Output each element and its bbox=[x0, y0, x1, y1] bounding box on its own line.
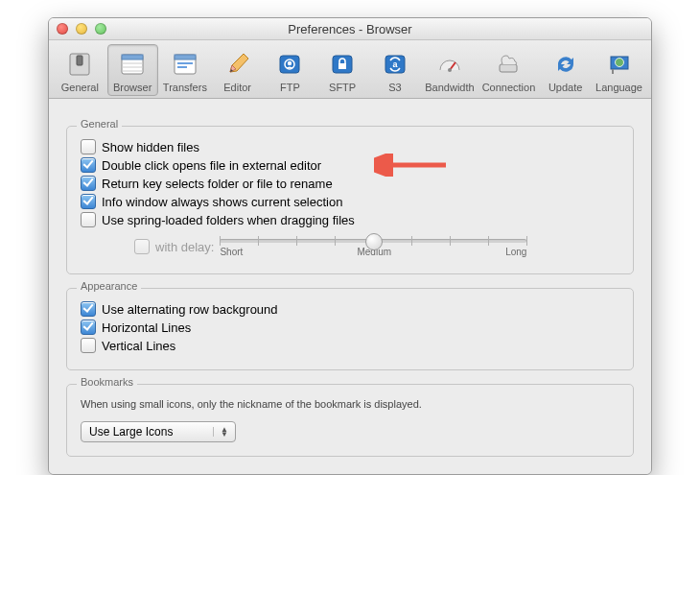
label-show-hidden[interactable]: Show hidden files bbox=[102, 140, 199, 154]
toolbar-label: Bandwidth bbox=[425, 82, 474, 93]
checkbox-return-rename[interactable] bbox=[81, 176, 96, 191]
icon-size-select-value: Use Large Icons bbox=[89, 425, 173, 439]
sftp-icon bbox=[327, 49, 358, 80]
slider-label-short: Short bbox=[220, 247, 243, 257]
label-info-window[interactable]: Info window always shows current selecti… bbox=[102, 195, 342, 209]
label-horizontal-lines[interactable]: Horizontal Lines bbox=[102, 320, 191, 335]
svg-point-25 bbox=[615, 59, 623, 67]
titlebar: Preferences - Browser bbox=[49, 18, 651, 40]
toolbar-label: Update bbox=[548, 82, 582, 93]
group-appearance: Appearance Use alternating row backgroun… bbox=[66, 288, 634, 370]
language-icon bbox=[604, 49, 635, 80]
checkbox-with-delay bbox=[134, 239, 150, 254]
group-bookmarks: Bookmarks When using small icons, only t… bbox=[66, 384, 634, 457]
toolbar-item-bandwidth[interactable]: Bandwidth bbox=[422, 44, 477, 96]
group-appearance-label: Appearance bbox=[77, 280, 141, 292]
toolbar-label: Connection bbox=[482, 82, 536, 93]
svg-point-22 bbox=[448, 68, 452, 72]
svg-rect-18 bbox=[338, 63, 346, 69]
group-bookmarks-label: Bookmarks bbox=[77, 376, 137, 388]
checkbox-dblclick-external-editor[interactable] bbox=[81, 157, 96, 173]
svg-rect-8 bbox=[175, 55, 196, 59]
svg-rect-1 bbox=[77, 56, 82, 65]
group-general-label: General bbox=[77, 118, 122, 130]
toolbar-label: Editor bbox=[223, 82, 251, 93]
label-spring-loaded[interactable]: Use spring-loaded folders when dragging … bbox=[102, 213, 355, 227]
bookmarks-note: When using small icons, only the nicknam… bbox=[81, 398, 619, 410]
svg-rect-10 bbox=[177, 66, 187, 68]
toolbar-label: Language bbox=[595, 82, 642, 93]
toolbar-item-editor[interactable]: Editor bbox=[212, 44, 263, 96]
toolbar-label: S3 bbox=[388, 82, 401, 93]
checkbox-horizontal-lines[interactable] bbox=[81, 320, 96, 335]
label-return-rename[interactable]: Return key selects folder or file to ren… bbox=[102, 177, 333, 191]
label-dblclick-external-editor[interactable]: Double click opens file in external edit… bbox=[102, 158, 321, 173]
general-icon bbox=[64, 49, 95, 80]
toolbar-item-general[interactable]: General bbox=[55, 44, 105, 96]
svg-rect-23 bbox=[500, 64, 517, 72]
toolbar-label: General bbox=[61, 82, 99, 93]
icon-size-select[interactable]: Use Large Icons ▲▼ bbox=[81, 421, 236, 442]
checkbox-alternating-row[interactable] bbox=[81, 301, 96, 317]
select-arrows-icon: ▲▼ bbox=[213, 427, 231, 437]
label-vertical-lines[interactable]: Vertical Lines bbox=[102, 339, 175, 353]
svg-rect-3 bbox=[122, 55, 143, 59]
update-icon bbox=[550, 49, 581, 80]
delay-slider[interactable]: Short Medium Long bbox=[220, 233, 526, 260]
toolbar-label: Browser bbox=[113, 82, 152, 93]
checkbox-spring-loaded[interactable] bbox=[81, 212, 96, 227]
preferences-body: General Show hidden files Double click o… bbox=[49, 99, 651, 474]
toolbar-item-transfers[interactable]: Transfers bbox=[160, 44, 211, 96]
s3-icon: a bbox=[380, 49, 410, 80]
toolbar-label: Transfers bbox=[163, 82, 207, 93]
transfers-icon bbox=[170, 49, 200, 80]
toolbar-item-ftp[interactable]: FTP bbox=[265, 44, 315, 96]
toolbar: General Browser bbox=[49, 40, 651, 99]
toolbar-label: SFTP bbox=[329, 82, 356, 93]
label-with-delay: with delay: bbox=[155, 240, 214, 254]
checkbox-vertical-lines[interactable] bbox=[81, 338, 96, 353]
toolbar-item-update[interactable]: Update bbox=[540, 44, 591, 96]
toolbar-item-s3[interactable]: a S3 bbox=[370, 44, 421, 96]
browser-icon bbox=[117, 49, 148, 80]
window-title: Preferences - Browser bbox=[49, 22, 651, 36]
connection-icon bbox=[493, 49, 524, 80]
toolbar-item-language[interactable]: Language bbox=[593, 44, 645, 96]
svg-point-16 bbox=[288, 61, 292, 65]
toolbar-item-connection[interactable]: Connection bbox=[479, 44, 539, 96]
group-general: General Show hidden files Double click o… bbox=[66, 126, 634, 274]
toolbar-label: FTP bbox=[280, 82, 300, 93]
slider-thumb-icon[interactable] bbox=[365, 233, 383, 250]
toolbar-item-sftp[interactable]: SFTP bbox=[317, 44, 368, 96]
label-alternating-row[interactable]: Use alternating row background bbox=[102, 302, 278, 317]
toolbar-item-browser[interactable]: Browser bbox=[107, 44, 158, 96]
bandwidth-icon bbox=[434, 49, 465, 80]
slider-label-long: Long bbox=[505, 247, 526, 257]
preferences-window: Preferences - Browser General bbox=[48, 17, 652, 475]
ftp-icon bbox=[274, 49, 305, 80]
svg-rect-9 bbox=[177, 62, 193, 64]
editor-icon bbox=[222, 49, 253, 80]
checkbox-info-window[interactable] bbox=[81, 194, 96, 209]
checkbox-show-hidden[interactable] bbox=[81, 139, 96, 154]
